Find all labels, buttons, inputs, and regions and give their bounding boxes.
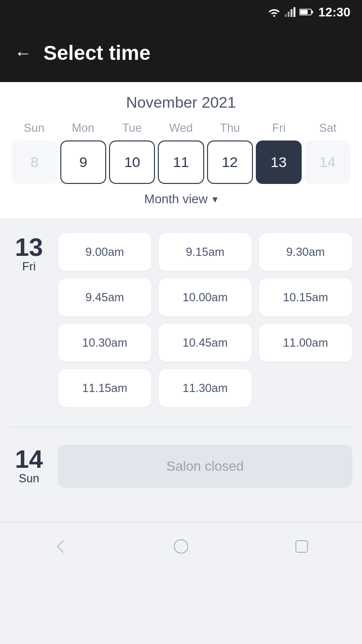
day-headers: Sun Mon Tue Wed Thu Fri Sat xyxy=(10,121,352,135)
slots-grid-13: 9.00am 9.15am 9.30am 9.45am 10.00am 10.1… xyxy=(58,233,352,407)
svg-rect-8 xyxy=(296,541,307,552)
app-header: ← Select time xyxy=(0,24,362,82)
time-slot-915[interactable]: 9.15am xyxy=(158,233,252,271)
day-header-thu: Thu xyxy=(206,121,254,135)
time-slot-900[interactable]: 9.00am xyxy=(58,233,152,271)
svg-rect-1 xyxy=(288,12,290,17)
time-slot-945[interactable]: 9.45am xyxy=(58,278,152,317)
month-view-toggle[interactable]: Month view ▾ xyxy=(10,184,352,210)
page-title: Select time xyxy=(43,42,151,65)
svg-rect-2 xyxy=(291,9,292,17)
time-slot-1030[interactable]: 10.30am xyxy=(58,323,152,362)
calendar-section: November 2021 Sun Mon Tue Wed Thu Fri Sa… xyxy=(0,82,362,218)
day-header-tue: Tue xyxy=(108,121,156,135)
day-header-sat: Sat xyxy=(304,121,352,135)
time-slot-1000[interactable]: 10.00am xyxy=(158,278,252,317)
day-name-14: Sun xyxy=(19,472,40,485)
day-block-13: 13 Fri 9.00am 9.15am 9.30am 9.45am 10.00… xyxy=(10,233,352,407)
signal-icon xyxy=(285,7,295,17)
svg-rect-3 xyxy=(293,7,295,17)
salon-closed-message: Salon closed xyxy=(58,445,352,488)
date-11[interactable]: 11 xyxy=(158,140,204,184)
nav-recents-button[interactable] xyxy=(287,532,316,561)
day-number-14: 14 xyxy=(15,447,43,472)
day-block-14: 14 Sun Salon closed xyxy=(10,445,352,488)
date-13[interactable]: 13 xyxy=(256,140,302,184)
status-bar: 12:30 xyxy=(0,0,362,24)
home-nav-icon xyxy=(172,538,190,555)
day-label-13: 13 Fri xyxy=(10,233,48,407)
svg-rect-0 xyxy=(285,14,287,17)
day-divider xyxy=(10,427,352,427)
time-slot-1045[interactable]: 10.45am xyxy=(158,323,252,362)
date-12[interactable]: 12 xyxy=(207,140,253,184)
svg-point-7 xyxy=(174,540,188,553)
day-label-14: 14 Sun xyxy=(10,445,48,488)
time-slot-1130[interactable]: 11.30am xyxy=(158,369,252,407)
wifi-icon xyxy=(267,7,281,17)
date-10[interactable]: 10 xyxy=(109,140,155,184)
back-nav-icon xyxy=(52,538,69,555)
status-time: 12:30 xyxy=(319,5,351,20)
date-9[interactable]: 9 xyxy=(60,140,106,184)
date-row: 8 9 10 11 12 13 14 xyxy=(10,140,352,184)
date-8: 8 xyxy=(12,140,57,184)
svg-rect-6 xyxy=(300,10,307,14)
day-header-wed: Wed xyxy=(156,121,205,135)
svg-rect-5 xyxy=(311,11,313,14)
day-header-fri: Fri xyxy=(254,121,303,135)
bottom-nav xyxy=(0,522,362,570)
day-header-mon: Mon xyxy=(58,121,107,135)
recents-nav-icon xyxy=(293,538,310,555)
month-view-label: Month view xyxy=(144,192,208,207)
date-14: 14 xyxy=(305,140,350,184)
day-name-13: Fri xyxy=(22,260,36,273)
status-icons xyxy=(267,7,314,17)
day-number-13: 13 xyxy=(15,235,43,260)
time-slot-1115[interactable]: 11.15am xyxy=(58,369,152,407)
time-section: 13 Fri 9.00am 9.15am 9.30am 9.45am 10.00… xyxy=(0,218,362,522)
time-slot-1015[interactable]: 10.15am xyxy=(259,278,352,317)
battery-icon xyxy=(299,8,314,16)
chevron-down-icon: ▾ xyxy=(212,193,218,206)
time-slot-930[interactable]: 9.30am xyxy=(259,233,352,271)
day-header-sun: Sun xyxy=(10,121,58,135)
back-button[interactable]: ← xyxy=(14,44,32,62)
time-slot-1100[interactable]: 11.00am xyxy=(259,323,352,362)
month-label: November 2021 xyxy=(10,94,352,112)
nav-home-button[interactable] xyxy=(167,532,195,561)
nav-back-button[interactable] xyxy=(46,532,75,561)
